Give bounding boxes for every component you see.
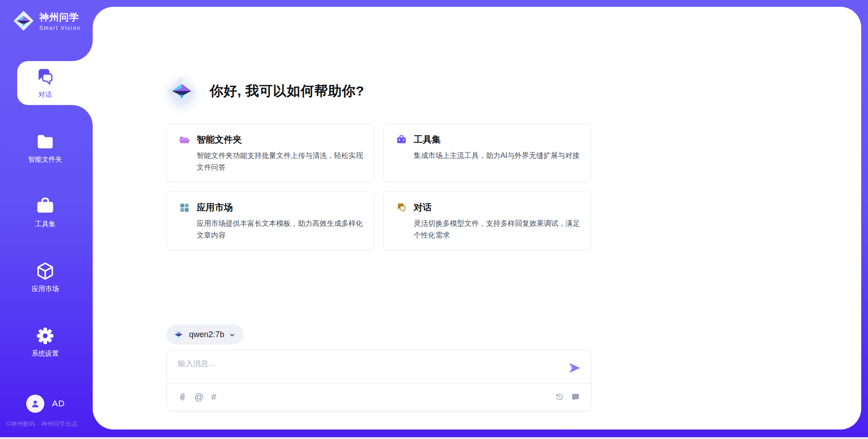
attachment-icon <box>178 392 187 401</box>
copyright-footer: ©神州数码 · 神州问学出品 <box>6 420 78 428</box>
brand-name-en: Smart Vision <box>39 25 81 31</box>
brand-name-cn: 神州问学 <box>39 11 81 24</box>
sidebar-item-smart-folder[interactable]: 智能文件夹 <box>0 126 93 170</box>
chat-icon <box>396 202 407 213</box>
sidebar-item-label: 系统设置 <box>32 349 59 358</box>
attachment-button[interactable] <box>178 392 187 401</box>
chevron-down-icon <box>229 332 236 339</box>
toolbox-icon <box>396 134 407 145</box>
toolbox-icon <box>35 196 55 216</box>
avatar <box>26 395 44 413</box>
card-description: 集成市场上主流工具，助力AI与外界无缝扩展与对接 <box>414 150 582 162</box>
card-smart-folder[interactable]: 智能文件夹 智能文件夹功能支持批量文件上传与清洗，轻松实现文件问答 <box>166 124 374 182</box>
folder-icon <box>35 132 55 152</box>
message-input[interactable] <box>178 358 557 380</box>
mention-button[interactable]: @ <box>194 392 203 401</box>
sidebar-item-chat[interactable]: 对话 <box>0 61 93 105</box>
card-toolset[interactable]: 工具集 集成市场上主流工具，助力AI与外界无缝扩展与对接 <box>383 124 591 182</box>
card-title: 应用市场 <box>197 201 233 214</box>
feature-cards: 智能文件夹 智能文件夹功能支持批量文件上传与清洗，轻松实现文件问答 工具集 集成… <box>166 124 591 250</box>
chat-icon <box>35 67 55 87</box>
card-description: 智能文件夹功能支持批量文件上传与清洗，轻松实现文件问答 <box>197 150 365 173</box>
sidebar-item-app-market[interactable]: 应用市场 <box>0 255 93 299</box>
sidebar-item-label: 智能文件夹 <box>28 155 62 164</box>
gear-icon <box>35 326 55 346</box>
tab-flare-top <box>72 40 93 61</box>
tab-flare-bottom <box>72 105 93 126</box>
comment-button[interactable] <box>571 392 580 401</box>
model-diamond-logo-icon <box>173 329 184 340</box>
tiles-icon <box>179 202 190 213</box>
cube-icon <box>35 261 55 281</box>
model-name: qwen2:7b <box>189 330 224 339</box>
comment-icon <box>571 392 580 401</box>
card-description: 应用市场提供丰富长文本模板，助力高效生成多样化文章内容 <box>197 218 365 241</box>
mention-icon: @ <box>194 392 203 401</box>
person-icon <box>30 398 41 409</box>
greeting-title: 你好, 我可以如何帮助你? <box>210 82 364 100</box>
greeting-diamond-logo-icon <box>166 76 197 106</box>
history-icon <box>555 392 564 401</box>
send-icon <box>568 362 581 374</box>
composer-toolbar: @ # <box>178 383 580 411</box>
card-title: 智能文件夹 <box>197 134 242 146</box>
user-profile[interactable]: AD <box>0 395 93 413</box>
folder-open-icon <box>179 134 190 145</box>
model-selector-row: qwen2:7b <box>166 324 591 344</box>
brand: 神州问学 Smart Vision <box>0 0 93 32</box>
send-button[interactable] <box>568 362 581 374</box>
sidebar-nav: 对话 智能文件夹 工具集 应用市场 系统设置 <box>0 61 93 385</box>
main-content: 你好, 我可以如何帮助你? 智能文件夹 智能文件夹功能支持批量文件上传与清洗，轻… <box>166 7 591 411</box>
history-button[interactable] <box>555 392 564 401</box>
card-title: 对话 <box>414 201 432 214</box>
message-composer: @ # <box>166 350 591 411</box>
bottom-edge-strip <box>0 437 868 439</box>
sidebar-item-label: 应用市场 <box>32 285 59 293</box>
card-description: 灵活切换多模型文件，支持多样回复效果调试，满足个性化需求 <box>414 218 582 241</box>
model-selector[interactable]: qwen2:7b <box>166 324 244 344</box>
sidebar: 神州问学 Smart Vision 对话 智能文件夹 工具集 <box>0 0 93 439</box>
brand-diamond-logo-icon <box>13 10 34 32</box>
sidebar-item-label: 工具集 <box>35 220 56 229</box>
user-initials: AD <box>52 399 65 409</box>
greeting-block: 你好, 我可以如何帮助你? <box>166 7 591 106</box>
hash-icon: # <box>211 392 216 401</box>
card-app-market[interactable]: 应用市场 应用市场提供丰富长文本模板，助力高效生成多样化文章内容 <box>166 191 374 250</box>
sidebar-item-toolset[interactable]: 工具集 <box>0 191 93 234</box>
sidebar-item-label: 对话 <box>38 91 52 99</box>
card-title: 工具集 <box>414 134 441 146</box>
sidebar-item-system-settings[interactable]: 系统设置 <box>0 320 93 364</box>
card-chat[interactable]: 对话 灵活切换多模型文件，支持多样回复效果调试，满足个性化需求 <box>383 191 591 250</box>
hash-button[interactable]: # <box>211 392 216 401</box>
